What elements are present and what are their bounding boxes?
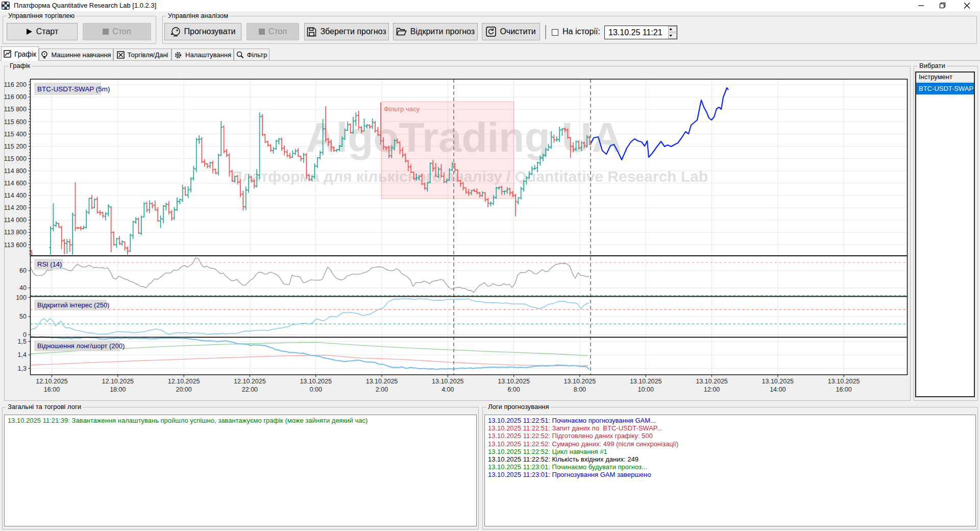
svg-text:113 800: 113 800: [4, 229, 27, 236]
svg-text:60: 60: [19, 267, 27, 274]
svg-text:114 400: 114 400: [4, 192, 27, 199]
svg-text:10:00: 10:00: [638, 386, 654, 393]
svg-text:40: 40: [19, 284, 27, 292]
svg-text:13.10.2025: 13.10.2025: [498, 378, 530, 385]
svg-text:13.10.2025: 13.10.2025: [300, 378, 332, 385]
svg-text:Фільтр часу: Фільтр часу: [384, 105, 420, 113]
svg-text:13.10.2025: 13.10.2025: [366, 378, 398, 385]
svg-text:116 200: 116 200: [4, 81, 27, 88]
svg-text:Відкритий інтерес (250): Відкритий інтерес (250): [37, 301, 109, 309]
svg-text:114 600: 114 600: [4, 180, 27, 187]
svg-text:RSI (14): RSI (14): [37, 260, 62, 268]
svg-text:4:00: 4:00: [442, 386, 454, 393]
svg-text:114 200: 114 200: [4, 204, 27, 211]
svg-text:12:00: 12:00: [704, 386, 720, 393]
svg-text:115 200: 115 200: [4, 143, 27, 150]
svg-text:13.10.2025: 13.10.2025: [564, 378, 596, 385]
svg-text:18:00: 18:00: [110, 386, 126, 393]
svg-text:Відношення лонг/шорт (200): Відношення лонг/шорт (200): [37, 342, 125, 350]
svg-text:14:00: 14:00: [770, 386, 786, 393]
svg-text:100: 100: [16, 294, 27, 301]
svg-text:13.10.2025: 13.10.2025: [630, 378, 662, 385]
svg-text:50: 50: [19, 313, 27, 320]
svg-text:114 000: 114 000: [4, 216, 27, 224]
svg-text:6:00: 6:00: [507, 386, 520, 393]
svg-text:12.10.2025: 12.10.2025: [102, 378, 134, 385]
svg-text:20:00: 20:00: [176, 386, 191, 393]
svg-text:113 600: 113 600: [4, 242, 27, 249]
svg-text:13.10.2025: 13.10.2025: [696, 378, 728, 385]
svg-text:13.10.2025: 13.10.2025: [432, 378, 464, 385]
svg-text:16:00: 16:00: [836, 386, 851, 393]
svg-text:16:00: 16:00: [44, 386, 60, 393]
svg-text:22:00: 22:00: [242, 386, 258, 393]
svg-text:1,5: 1,5: [18, 338, 27, 345]
svg-text:0:00: 0:00: [310, 386, 322, 393]
svg-text:1,4: 1,4: [18, 351, 27, 358]
svg-text:115 800: 115 800: [4, 106, 27, 113]
svg-text:12.10.2025: 12.10.2025: [234, 378, 266, 385]
svg-text:13.10.2025: 13.10.2025: [762, 378, 794, 385]
svg-text:115 600: 115 600: [4, 118, 27, 126]
svg-text:116 000: 116 000: [4, 93, 27, 101]
svg-text:13.10.2025: 13.10.2025: [828, 378, 860, 385]
svg-text:115 000: 115 000: [4, 155, 27, 162]
svg-text:1,3: 1,3: [18, 365, 27, 372]
svg-text:12.10.2025: 12.10.2025: [168, 378, 200, 385]
svg-text:BTC-USDT-SWAP (5m): BTC-USDT-SWAP (5m): [37, 85, 110, 93]
svg-text:115 400: 115 400: [4, 131, 27, 138]
svg-text:8:00: 8:00: [574, 386, 586, 393]
svg-text:12.10.2025: 12.10.2025: [36, 378, 68, 385]
svg-text:0: 0: [23, 331, 27, 339]
svg-text:114 800: 114 800: [4, 167, 27, 175]
svg-text:2:00: 2:00: [376, 386, 388, 393]
